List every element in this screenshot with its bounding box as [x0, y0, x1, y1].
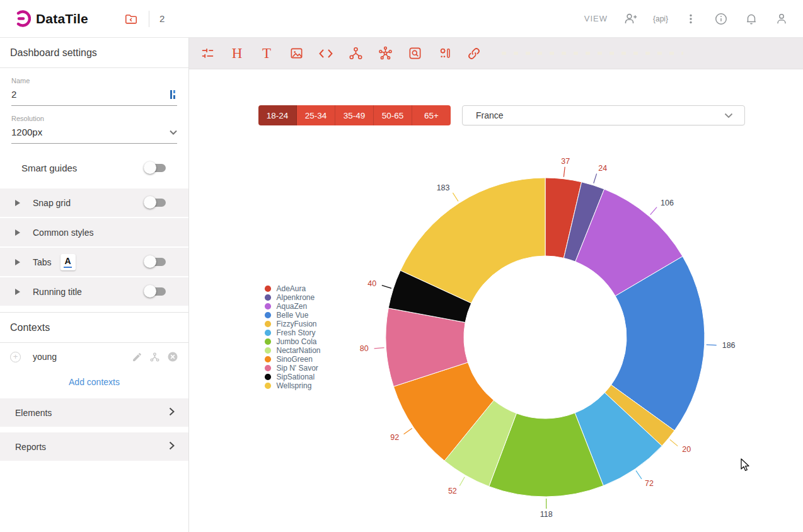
legend-item[interactable]: Sip N' Savor — [265, 364, 321, 373]
expand-arrow-icon[interactable] — [15, 289, 20, 295]
kebab-menu-icon[interactable] — [683, 11, 698, 26]
image-icon[interactable] — [283, 42, 309, 65]
remove-context-icon[interactable] — [167, 351, 178, 362]
datatile-logo-icon — [14, 10, 31, 27]
legend-item[interactable]: FizzyFusion — [265, 320, 321, 328]
slice-value-label: 80 — [360, 344, 369, 353]
legend-item[interactable]: Belle Vue — [265, 311, 321, 320]
legend-item[interactable]: Jumbo Cola — [265, 337, 321, 346]
legend-label: FizzyFusion — [277, 320, 317, 328]
section-common-styles[interactable]: Common styles — [0, 218, 188, 246]
label-leader-line — [382, 286, 391, 289]
section-running-title[interactable]: Running title — [0, 277, 188, 306]
legend-label: AdeAura — [277, 284, 306, 293]
expand-arrow-icon[interactable] — [15, 229, 20, 236]
legend-item[interactable]: SinoGreen — [265, 355, 321, 364]
snap-grid-toggle[interactable] — [146, 199, 166, 207]
mouse-cursor — [741, 458, 751, 472]
api-icon[interactable]: {api} — [653, 11, 668, 26]
hub-icon[interactable] — [372, 42, 398, 65]
code-icon[interactable] — [313, 42, 339, 65]
legend-label: NectarNation — [277, 346, 321, 355]
link-icon[interactable] — [461, 42, 487, 65]
legend-item[interactable]: AquaZen — [265, 302, 321, 311]
name-field-label: Name — [11, 77, 177, 84]
label-leader-line — [453, 193, 458, 202]
nav-elements[interactable]: Elements — [0, 398, 188, 427]
user-icon[interactable] — [774, 11, 789, 26]
legend-label: SinoGreen — [277, 355, 313, 364]
section-snap-grid[interactable]: Snap grid — [0, 188, 188, 217]
label-leader-line — [594, 174, 597, 183]
label-leader-line — [636, 471, 642, 479]
legend-dot — [265, 312, 271, 318]
legend-item[interactable]: SipSational — [265, 373, 321, 381]
bell-icon[interactable] — [744, 11, 759, 26]
label-leader-line — [459, 477, 465, 486]
expand-arrow-icon[interactable] — [15, 200, 20, 206]
chart-legend: AdeAuraAlpenkroneAquaZenBelle VueFizzyFu… — [265, 284, 321, 390]
running-title-toggle[interactable] — [146, 287, 166, 296]
dashboard-canvas: 18-2425-3435-4950-6565+ France 372410618… — [189, 69, 803, 532]
app-logo[interactable]: DataTile — [14, 10, 88, 27]
section-tabs[interactable]: Tabs A — [0, 248, 188, 276]
legend-item[interactable]: Fresh Story — [265, 328, 321, 337]
insert-variable-icon[interactable] — [168, 90, 177, 100]
divider — [149, 11, 149, 27]
nav-reports[interactable]: Reports — [0, 432, 188, 461]
context-item-young: + young — [0, 343, 188, 371]
legend-label: Belle Vue — [277, 311, 309, 320]
text-style-icon[interactable]: A — [61, 254, 76, 270]
folder-back-icon[interactable] — [124, 11, 139, 26]
legend-label: SipSational — [277, 373, 315, 381]
legend-dot — [265, 374, 271, 380]
label-leader-line — [563, 167, 565, 177]
label-leader-line — [374, 348, 384, 349]
add-contexts-button[interactable]: Add contexts — [0, 371, 188, 398]
resolution-select[interactable]: 1200px — [11, 122, 177, 144]
expand-arrow-icon[interactable] — [15, 259, 20, 265]
legend-label: Jumbo Cola — [277, 337, 317, 346]
chevron-right-icon — [169, 407, 175, 418]
slice-value-label: 183 — [437, 183, 450, 192]
chevron-right-icon — [169, 441, 175, 452]
heading-icon[interactable]: H — [224, 42, 250, 65]
section-label: Common styles — [33, 228, 93, 238]
tune-icon[interactable] — [194, 42, 221, 65]
legend-item[interactable]: NectarNation — [265, 346, 321, 355]
text-icon[interactable]: T — [253, 42, 280, 65]
legend-item[interactable]: AdeAura — [265, 284, 321, 293]
slice-value-label: 37 — [561, 157, 570, 166]
smart-guides-toggle[interactable] — [146, 164, 166, 172]
label-leader-line — [650, 207, 657, 215]
slice-value-label: 20 — [682, 445, 691, 454]
context-link-icon[interactable] — [149, 352, 160, 362]
legend-dot — [265, 303, 271, 309]
slice-value-label: 92 — [390, 433, 399, 442]
share-nodes-icon[interactable] — [342, 42, 369, 65]
legend-dot — [265, 286, 271, 292]
info-icon[interactable] — [713, 11, 729, 26]
section-label: Running title — [33, 287, 82, 297]
tabs-toggle[interactable] — [146, 258, 166, 266]
nav-label: Elements — [15, 408, 52, 418]
legend-dot — [265, 383, 271, 389]
slice-value-label: 24 — [598, 164, 607, 173]
edit-pencil-icon[interactable] — [132, 352, 142, 362]
contexts-title: Contexts — [0, 312, 188, 343]
widget-settings-icon[interactable] — [431, 42, 458, 65]
panel-title: Dashboard settings — [0, 38, 188, 68]
person-add-icon[interactable] — [623, 11, 638, 26]
smart-guides-row: Smart guides — [0, 163, 188, 173]
add-circle-icon[interactable]: + — [10, 352, 21, 362]
name-input[interactable]: 2 — [11, 84, 177, 106]
view-button[interactable]: VIEW — [584, 14, 608, 23]
legend-item[interactable]: Wellspring — [265, 381, 321, 390]
legend-item[interactable]: Alpenkrone — [265, 293, 321, 302]
name-field: Name 2 — [0, 77, 188, 106]
element-toolbar: H T — [189, 38, 803, 69]
legend-dot — [265, 347, 271, 354]
zoom-area-icon[interactable] — [402, 42, 428, 65]
label-leader-line — [707, 345, 717, 345]
workspace-count: 2 — [159, 13, 165, 24]
